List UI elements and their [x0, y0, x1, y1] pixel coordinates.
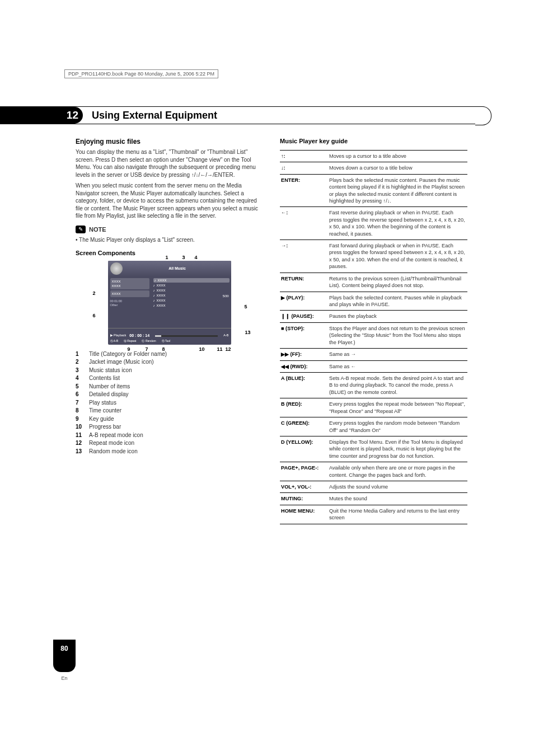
key-description: Plays back the selected content. Pauses … [328, 292, 467, 311]
key-guide-row: C (GREEN):Every press toggles the random… [280, 417, 467, 436]
key-name: B (RED): [280, 398, 328, 417]
key-guide-row: B (RED):Every press toggles the repeat m… [280, 398, 467, 417]
key-guide-table: ↑:Moves up a cursor to a title above↓:Mo… [280, 150, 467, 524]
page-number-badge: 80 En [53, 640, 76, 672]
key-name: ❙❙ (PAUSE): [280, 311, 328, 322]
ss-list-row: ♪ XXXX [153, 293, 229, 298]
key-guide-row: D (YELLOW):Displays the Tool Menu. Even … [280, 436, 467, 462]
key-description: Same as → [328, 349, 467, 360]
paragraph-1: You can display the menu as a "List", "T… [76, 148, 263, 179]
ss-list-row: ♪ XXXX [153, 303, 229, 308]
ss-time-counter: 00 : 00 : 14 [129, 333, 149, 338]
screen-component-legend: 1Title (Category or Folder name) 2Jacket… [76, 350, 263, 456]
ss-ab-label: A-B [223, 334, 228, 337]
key-name: ◀◀ (RWD): [280, 360, 328, 372]
key-description: Moves down a cursor to a title below [328, 162, 467, 174]
key-description: Available only when there are one or mor… [328, 462, 467, 481]
legend-item: 2Jacket image (Music icon) [76, 358, 263, 366]
key-description: Sets A-B repeat mode. Sets the desired p… [328, 372, 467, 398]
ss-title: All Music [126, 266, 229, 271]
legend-item: 8Time counter [76, 407, 263, 415]
key-name: HOME MENU: [280, 505, 328, 524]
key-guide-row: ■ (STOP):Stops the Player and does not r… [280, 322, 467, 348]
key-description: Every press toggles the repeat mode betw… [328, 398, 467, 417]
key-description: Adjusts the sound volume [328, 481, 467, 493]
right-column: Music Player key guide ↑:Moves up a curs… [280, 137, 467, 524]
legend-item: 10Progress bar [76, 423, 263, 431]
section-title-enjoying-music: Enjoying music files [76, 137, 263, 146]
key-name: ▶ (PLAY): [280, 292, 328, 311]
key-guide-row: ▶ (PLAY):Plays back the selected content… [280, 292, 467, 311]
key-name: RETURN: [280, 273, 328, 292]
key-name: VOL+, VOL-: [280, 481, 328, 493]
key-name: C (GREEN): [280, 417, 328, 436]
callout-4: 4 [195, 254, 198, 261]
key-guide-row: ▶▶ (FF):Same as → [280, 349, 467, 360]
page-number: 80 [60, 645, 68, 652]
chapter-number-badge: 12 [0, 107, 83, 124]
ss-progress-bar [155, 335, 218, 337]
key-guide-row: PAGE+, PAGE-:Available only when there a… [280, 462, 467, 481]
ss-left-item-1: XXXXXXXX [110, 278, 149, 289]
note-icon: ✎ [76, 226, 86, 233]
key-name: ■ (STOP): [280, 322, 328, 348]
key-name: ↓: [280, 162, 328, 174]
note-label: NOTE [89, 226, 106, 234]
key-description: Fast reverse during playback or when in … [328, 207, 467, 240]
callout-3: 3 [182, 254, 185, 261]
ss-playback-label: ▶ Playback [110, 334, 127, 337]
callout-11: 11 [217, 346, 223, 353]
chapter-title: Using External Equipment [92, 110, 217, 121]
key-guide-row: ◀◀ (RWD):Same as ← [280, 360, 467, 372]
legend-item: 7Play status [76, 399, 263, 407]
key-description: Same as ← [328, 360, 467, 372]
key-guide-row: HOME MENU:Quit the Home Media Gallery an… [280, 505, 467, 524]
callout-2: 2 [93, 290, 96, 297]
key-guide-row: ↑:Moves up a cursor to a title above [280, 150, 467, 162]
key-guide-row: VOL+, VOL-:Adjusts the sound volume [280, 481, 467, 493]
key-guide-row: ←:Fast reverse during playback or when i… [280, 207, 467, 240]
callout-10: 10 [199, 346, 205, 353]
chapter-number: 12 [67, 109, 78, 121]
manual-page: PDP_PRO1140HD.book Page 80 Monday, June … [0, 0, 534, 756]
callout-6: 6 [93, 312, 96, 319]
callout-7: 7 [146, 346, 148, 353]
key-guide-row: MUTING:Mutes the sound [280, 493, 467, 505]
music-player-screenshot: All Music XXXXXXXX XXXX 00:01:00Other ♪ … [108, 261, 231, 345]
key-description: Every press toggles the random mode betw… [328, 417, 467, 436]
key-guide-row: →:Fast forward during playback or when i… [280, 240, 467, 273]
key-guide-row: ENTER:Plays back the selected music cont… [280, 174, 467, 207]
key-description: Plays back the selected music content. P… [328, 174, 467, 207]
callout-9: 9 [128, 346, 130, 353]
legend-item: 13Random mode icon [76, 448, 263, 456]
key-guide-row: ↓:Moves down a cursor to a title below [280, 162, 467, 174]
legend-item: 12Repeat mode icon [76, 439, 263, 447]
legend-item: 9Key guide [76, 415, 263, 423]
callout-1: 1 [166, 254, 168, 261]
chapter-heading-bar: 12 Using External Equipment [0, 106, 484, 124]
key-name: ENTER: [280, 174, 328, 207]
key-name: →: [280, 240, 328, 273]
content-columns: Enjoying music files You can display the… [76, 137, 467, 524]
callout-5: 5 [244, 303, 247, 310]
key-name: MUTING: [280, 493, 328, 505]
key-description: Stops the Player and does not return to … [328, 322, 467, 348]
key-name: ↑: [280, 150, 328, 162]
key-guide-row: A (BLUE):Sets A-B repeat mode. Sets the … [280, 372, 467, 398]
ss-list-row: ♪ XXXX [153, 283, 229, 288]
legend-item: 11A-B repeat mode icon [76, 431, 263, 439]
paragraph-2: When you select music content from the s… [76, 182, 263, 220]
key-guide-title: Music Player key guide [280, 137, 467, 145]
legend-item: 3Music status icon [76, 367, 263, 374]
key-name: PAGE+, PAGE-: [280, 462, 328, 481]
ss-left-item-2: XXXX [110, 290, 149, 297]
legend-item: 6Detailed display [76, 391, 263, 398]
music-player-screenshot-wrap: 1 3 4 2 6 5 13 9 7 8 10 11 12 All Music [94, 261, 245, 345]
legend-item: 1Title (Category or Folder name) [76, 350, 263, 358]
key-name: ←: [280, 207, 328, 240]
page-lang: En [53, 675, 76, 681]
callout-8: 8 [162, 346, 165, 353]
legend-item: 5Number of items [76, 383, 263, 391]
ss-list-row: ♪ XXXX [153, 278, 229, 283]
key-description: Pauses the playback [328, 311, 467, 322]
